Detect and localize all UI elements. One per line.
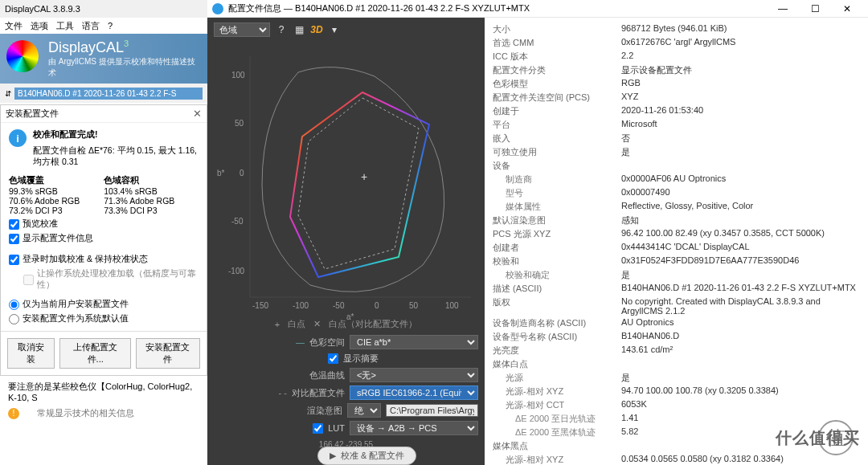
help-icon[interactable]: ? <box>275 23 288 36</box>
volume-head: 色域容积 <box>104 175 139 185</box>
menu-tools[interactable]: 工具 <box>56 20 74 32</box>
close-icon[interactable]: ✕ <box>193 108 202 120</box>
info-key: 媒体属性 <box>493 201 621 213</box>
link-icon[interactable]: ⇵ <box>5 89 11 98</box>
info-key: 光源-相对 XYZ <box>493 454 621 465</box>
info-val: 0x0000AF06 AU Optronics <box>621 173 860 186</box>
svg-marker-3 <box>298 98 419 269</box>
info-row: 设备 <box>493 159 860 173</box>
tick: 100 <box>445 301 459 310</box>
dialog-title: 安装配置文件 <box>6 108 59 120</box>
axis-y-label: b* <box>217 169 224 177</box>
info-val: 96.42 100.00 82.49 (xy 0.3457 0.3585, CC… <box>621 228 860 240</box>
chk-lut[interactable] <box>313 423 323 434</box>
info-key: 创建于 <box>493 105 621 117</box>
vol-row: 73.3% DCI P3 <box>104 206 174 215</box>
tick: 0 <box>240 169 244 177</box>
info-row: PCS 光源 XYZ96.42 100.00 82.49 (xy 0.3457 … <box>493 227 860 241</box>
wp-label: 白点 <box>288 318 305 330</box>
chk-summary-label: 显示摘要 <box>343 353 379 365</box>
compare-profile-select[interactable]: sRGB IEC61966-2.1 (Equivalent to w <box>350 385 478 400</box>
info-val: 0x6172676C 'argl' ArgyllCMS <box>621 37 860 49</box>
info-val: 2020-11-26 01:53:40 <box>621 105 860 117</box>
info-val: 是 <box>621 269 860 281</box>
info-row: 平台Microsoft <box>493 118 860 132</box>
plot-type-select[interactable]: 色域 <box>214 22 270 37</box>
info-key: 创建者 <box>493 242 621 254</box>
info-key: 制造商 <box>493 173 621 186</box>
gamut-plot[interactable]: + -150 -100 -50 0 50 100 100 <box>214 40 479 313</box>
vol-row: 71.3% Adobe RGB <box>104 196 174 206</box>
radio-current-user[interactable] <box>9 300 19 310</box>
chk-preview[interactable] <box>9 219 19 230</box>
chevron-down-icon[interactable]: ▾ <box>328 23 341 36</box>
info-row: 制造商0x0000AF06 AU Optronics <box>493 173 860 186</box>
cov-row: 99.3% sRGB <box>9 186 80 196</box>
dash-icon: - - <box>279 388 287 398</box>
info-val: 968712 Bytes (946.01 KiB) <box>621 23 860 35</box>
info-row: 光源-相对 XYZ0.0534 0.0565 0.0580 (xy 0.3182… <box>493 453 860 465</box>
render-intent-select[interactable]: 绝对 <box>347 403 381 418</box>
svg-marker-2 <box>290 92 429 277</box>
menu-file[interactable]: 文件 <box>5 20 23 32</box>
tonecurve-select[interactable]: <无> <box>350 368 478 382</box>
close-button[interactable]: ✕ <box>831 0 863 18</box>
info-val: 显示设备配置文件 <box>621 64 860 76</box>
radio-curuser-label: 仅为当前用户安装配置文件 <box>23 299 129 310</box>
colorspace-select[interactable]: CIE a*b* <box>350 335 478 349</box>
info-row: 嵌入否 <box>493 132 860 145</box>
info-row: 配置文件分类显示设备配置文件 <box>493 63 860 77</box>
info-val: 0.0534 0.0565 0.0580 (xy 0.3182 0.3364) <box>621 454 860 465</box>
info-val: AU Optronics <box>621 317 860 329</box>
info-key: 默认渲染意图 <box>493 214 621 226</box>
info-row: 光源-相对 XYZ94.70 100.00 100.78 (xy 0.3205 … <box>493 385 860 398</box>
radio-system-default[interactable] <box>9 314 19 324</box>
success-text: 校准和配置完成! <box>33 129 98 139</box>
info-key: 光源-相对 XYZ <box>493 385 621 398</box>
chk-preview-label: 预览校准 <box>23 218 58 230</box>
info-row: 型号0x00007490 <box>493 186 860 200</box>
minimize-button[interactable]: ― <box>767 0 799 18</box>
info-row: 创建者0x4443414C 'DCAL' DisplayCAL <box>493 241 860 255</box>
info-key: ICC 版本 <box>493 51 621 63</box>
info-val: 0x00007490 <box>621 187 860 199</box>
menu-help[interactable]: ? <box>108 21 113 31</box>
info-row: 媒体白点 <box>493 357 860 371</box>
logo-icon <box>6 40 39 72</box>
render-path-input[interactable] <box>386 404 478 417</box>
threeD-icon[interactable]: 3D <box>310 23 323 36</box>
chk-login-load[interactable] <box>9 255 19 265</box>
tonecurve-label: 色温曲线 <box>309 369 345 381</box>
info-val: 是 <box>621 146 860 158</box>
info-key: 配置文件分类 <box>493 64 621 76</box>
info-row: 色彩模型RGB <box>493 77 860 91</box>
tick: 50 <box>409 301 418 310</box>
upload-profile-button[interactable]: 上传配置文件... <box>59 338 131 369</box>
tick: -150 <box>252 301 268 310</box>
info-key: 平台 <box>493 119 621 131</box>
install-profile-button[interactable]: 安装配置文件 <box>136 338 200 369</box>
info-key: 嵌入 <box>493 133 621 145</box>
chk-login-label: 登录时加载校准 & 保持校准状态 <box>23 254 148 265</box>
install-dialog: 安装配置文件 ✕ i 校准和配置完成! 配置文件自检 ΔE*76: 平均 0.1… <box>0 104 207 376</box>
profile-name-input[interactable] <box>14 88 203 100</box>
gamut-plot-panel: 色域 ? ▦ 3D ▾ + <box>207 18 485 465</box>
info-row: 可独立使用是 <box>493 145 860 159</box>
chk-showinfo[interactable] <box>9 234 19 244</box>
calibrate-profile-button[interactable]: ▶ 校准 & 配置文件 <box>317 447 416 465</box>
maximize-button[interactable]: ☐ <box>799 0 831 18</box>
info-row: 媒体属性Reflective, Glossy, Positive, Color <box>493 200 860 214</box>
menu-lang[interactable]: 语言 <box>82 20 100 32</box>
picture-icon[interactable]: ▦ <box>293 23 305 36</box>
cancel-install-button[interactable]: 取消安装 <box>7 338 55 369</box>
chk-summary[interactable] <box>328 353 338 364</box>
delta-e-stats: 配置文件自检 ΔE*76: 平均 0.15, 最大 1.16, 均方根 0.31 <box>33 145 199 168</box>
menu-options[interactable]: 选项 <box>31 20 48 32</box>
window-title: 配置文件信息 — B140HAN06.D #1 2020-11-26 01-43… <box>228 2 530 14</box>
axis-x-label: a* <box>346 312 354 321</box>
info-key: ΔE 2000 至日光轨迹 <box>493 413 621 425</box>
window-icon <box>212 3 223 14</box>
lut-path-select[interactable]: 设备 → A2B → PCS <box>350 421 478 435</box>
info-key: 设备制造商名称 (ASCII) <box>493 317 621 329</box>
info-row: 首选 CMM0x6172676C 'argl' ArgyllCMS <box>493 36 860 50</box>
